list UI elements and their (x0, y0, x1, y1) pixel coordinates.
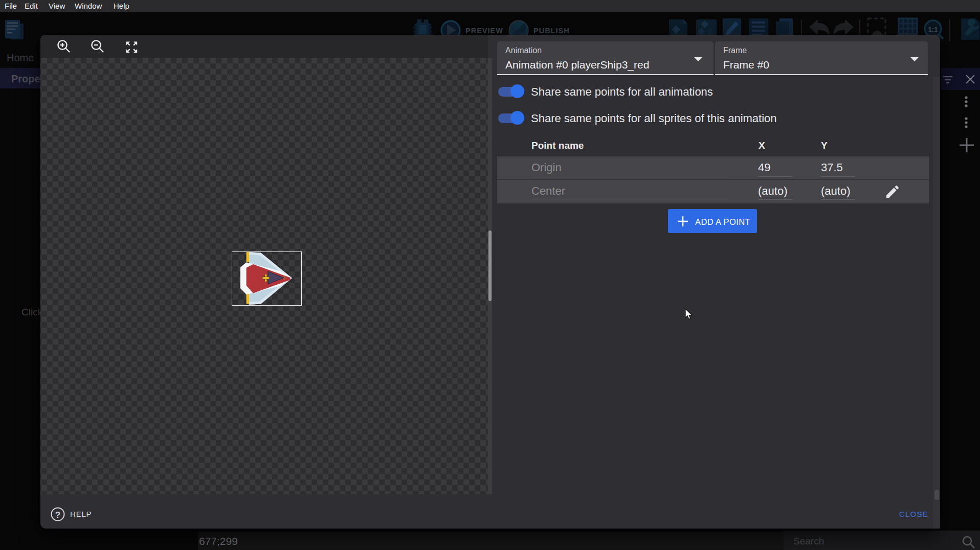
svg-text:PUBLISH: PUBLISH (533, 27, 570, 35)
svg-text:1:1: 1:1 (928, 26, 938, 33)
svg-text:?: ? (55, 510, 60, 520)
svg-text:PREVIEW: PREVIEW (465, 27, 503, 35)
